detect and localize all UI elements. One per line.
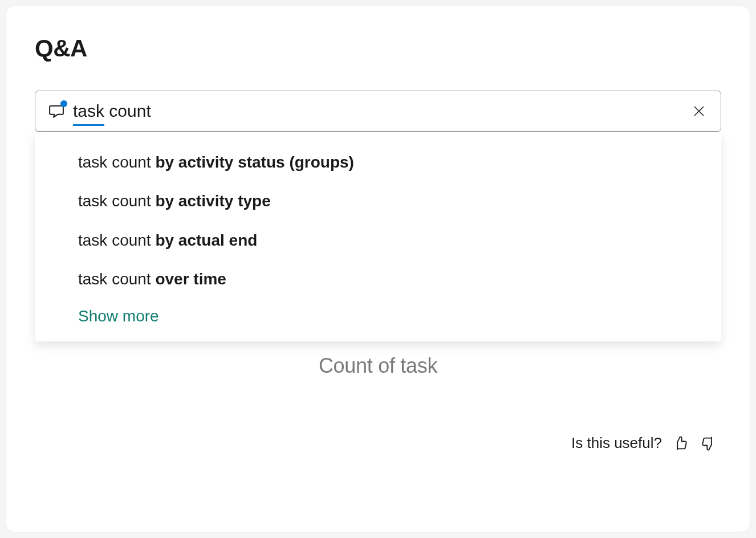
- thumbs-up-icon: [673, 435, 689, 451]
- suggestion-prefix: task count: [78, 153, 155, 171]
- chat-notification-dot-icon: [60, 100, 67, 107]
- feedback-bar: Is this useful?: [571, 434, 717, 452]
- suggestion-item[interactable]: task count by activity status (groups): [35, 143, 721, 182]
- chat-bubble-icon: [48, 103, 65, 120]
- query-input-wrap: task count by activity status (groups) t…: [35, 91, 721, 132]
- suggestion-bold: by actual end: [155, 231, 257, 249]
- result-title: Count of task: [6, 354, 750, 378]
- query-underline: [73, 124, 104, 126]
- suggestion-item[interactable]: task count by activity type: [35, 182, 721, 221]
- suggestion-bold: by activity type: [155, 192, 270, 210]
- thumbs-down-button[interactable]: [700, 435, 717, 452]
- show-more-link[interactable]: Show more: [35, 299, 721, 328]
- suggestion-prefix: task count: [78, 192, 155, 210]
- suggestion-item[interactable]: task count over time: [35, 260, 721, 299]
- qna-title: Q&A: [35, 35, 721, 62]
- suggestion-dropdown: task count by activity status (groups) t…: [35, 132, 721, 341]
- feedback-prompt: Is this useful?: [571, 434, 662, 452]
- suggestion-item[interactable]: task count by actual end: [35, 221, 721, 260]
- suggestion-prefix: task count: [78, 270, 155, 288]
- clear-query-button[interactable]: [689, 101, 709, 121]
- suggestion-prefix: task count: [78, 231, 155, 249]
- suggestion-bold: by activity status (groups): [155, 153, 354, 171]
- qna-card: Q&A task count by activity status (group…: [6, 6, 750, 532]
- thumbs-down-icon: [700, 435, 716, 451]
- query-input[interactable]: [73, 101, 689, 121]
- close-icon: [692, 104, 706, 119]
- thumbs-up-button[interactable]: [672, 435, 689, 452]
- query-input-box[interactable]: [35, 91, 721, 132]
- suggestion-bold: over time: [155, 270, 226, 288]
